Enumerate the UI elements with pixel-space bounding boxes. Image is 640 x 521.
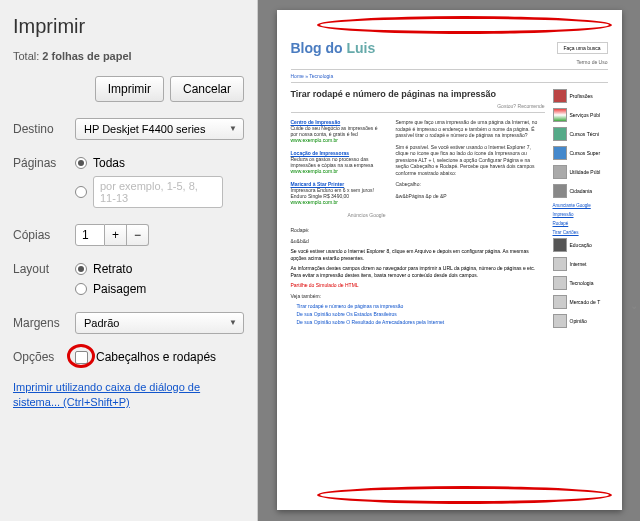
print-sidebar: Imprimir Total: 2 folhas de papel Imprim… [0, 0, 258, 521]
article-body: Sempre que faço uma impressão de uma pág… [396, 119, 545, 222]
pages-all-label: Todas [93, 156, 125, 170]
options-row: Opções Cabeçalhos e rodapés [13, 350, 244, 364]
pages-row: Páginas Todas por exemplo, 1-5, 8, 11-13 [13, 156, 244, 208]
copies-minus[interactable]: − [127, 224, 149, 246]
copies-plus[interactable]: + [105, 224, 127, 246]
preview-page: Blog do Luis Faça uma busca Termo de Uso… [277, 10, 622, 510]
cat-icon [553, 146, 567, 160]
layout-portrait-radio[interactable] [75, 263, 87, 275]
ad-links: Centro de ImpressãoCuide do seu Negócio … [291, 119, 386, 222]
cat-icon [553, 257, 567, 271]
layout-row: Layout Retrato Paisagem [13, 262, 244, 296]
headers-footers-label: Cabeçalhos e rodapés [96, 350, 216, 364]
copies-row: Cópias 1 + − [13, 224, 244, 246]
cat-icon [553, 276, 567, 290]
destination-row: Destino HP Deskjet F4400 series [13, 118, 244, 140]
action-buttons: Imprimir Cancelar [13, 76, 244, 102]
preview-pane: Blog do Luis Faça uma busca Termo de Uso… [258, 0, 640, 521]
pages-all-radio[interactable] [75, 157, 87, 169]
headers-footers-checkbox[interactable] [75, 351, 88, 364]
copies-input[interactable]: 1 [75, 224, 105, 246]
cat-icon [553, 165, 567, 179]
dialog-title: Imprimir [13, 15, 244, 38]
blog-title: Blog do Luis [291, 40, 376, 56]
margins-row: Margens Padrão [13, 312, 244, 334]
layout-portrait-label: Retrato [93, 262, 132, 276]
layout-landscape-radio[interactable] [75, 283, 87, 295]
article-title: Tirar rodapé e número de páginas na impr… [291, 89, 545, 99]
options-label: Opções [13, 350, 75, 364]
google-ads-label: Anúncios Google [291, 212, 386, 218]
copies-label: Cópias [13, 228, 75, 242]
cancel-button[interactable]: Cancelar [170, 76, 244, 102]
cat-icon [553, 238, 567, 252]
pages-label: Páginas [13, 156, 75, 170]
see-also-links: Tirar rodapé e número de páginas na impr… [297, 302, 545, 326]
annotation-header-ellipse [317, 16, 612, 34]
recommend-line: Gostou? Recomende [291, 103, 545, 113]
cat-icon [553, 314, 567, 328]
chevron-down-icon[interactable]: ⌄ [630, 300, 638, 311]
cat-icon [553, 108, 567, 122]
margins-select[interactable]: Padrão [75, 312, 244, 334]
pages-range-input[interactable]: por exemplo, 1-5, 8, 11-13 [93, 176, 223, 208]
cat-icon [553, 295, 567, 309]
article: Tirar rodapé e número de páginas na impr… [291, 89, 545, 333]
system-dialog-link[interactable]: Imprimir utilizando caixa de diálogo de … [13, 380, 244, 411]
annotation-footer-ellipse [317, 486, 612, 504]
layout-label: Layout [13, 262, 75, 276]
layout-landscape-label: Paisagem [93, 282, 146, 296]
cat-icon [553, 89, 567, 103]
destination-label: Destino [13, 122, 75, 136]
terms-link[interactable]: Termo de Uso [291, 59, 608, 65]
blog-search[interactable]: Faça uma busca [557, 42, 608, 54]
total-sheets: Total: 2 folhas de papel [13, 50, 244, 62]
cat-icon [553, 184, 567, 198]
destination-select[interactable]: HP Deskjet F4400 series [75, 118, 244, 140]
pages-range-radio[interactable] [75, 186, 87, 198]
cat-icon [553, 127, 567, 141]
category-sidebar: Profissões Serviços Públ Cursos Técni Cu… [553, 89, 608, 333]
breadcrumb: Home » Tecnologia [291, 69, 608, 83]
print-button[interactable]: Imprimir [95, 76, 164, 102]
margins-label: Margens [13, 316, 75, 330]
